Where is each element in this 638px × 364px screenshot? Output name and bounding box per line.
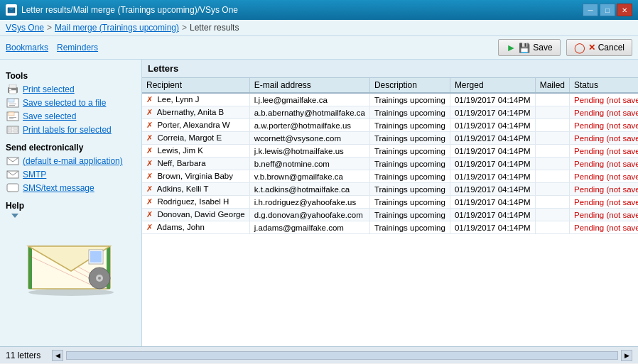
cell-recipient: ✗ Rodriguez, Isabel H [142,196,249,209]
row-check-icon: ✗ [146,121,153,129]
print-selected-label: Print selected [23,84,75,94]
table-row[interactable]: ✗ Rodriguez, Isabel H i.h.rodriguez@yaho… [142,196,638,209]
sidebar-item-print[interactable]: Print selected [6,84,136,95]
table-row[interactable]: ✗ Lee, Lynn J l.j.lee@gmailfake.ca Train… [142,93,638,106]
svg-point-23 [28,289,114,296]
horizontal-scrollbar[interactable]: ◀ ▶ [52,350,632,361]
row-check-icon: ✗ [146,210,153,219]
table-row[interactable]: ✗ Correia, Margot E wcornett@vsysone.com… [142,132,638,145]
scroll-right-arrow[interactable]: ▶ [621,350,632,361]
sms-label: SMS/text message [23,183,94,193]
sidebar: Tools Print selected [0,60,142,346]
cell-recipient: ✗ Donovan, David George [142,209,249,221]
scroll-track[interactable] [66,351,618,360]
svg-rect-21 [7,184,18,192]
cell-status: Pending (not saved) [570,221,638,234]
scroll-left-arrow[interactable]: ◀ [52,350,63,361]
bookmarks-link[interactable]: Bookmarks [6,43,48,53]
cell-description: Trainings upcoming [369,106,450,119]
cell-mailed [535,170,569,183]
cell-merged: 01/19/2017 04:14PM [450,158,535,170]
sidebar-item-print-labels[interactable]: Print labels for selected [6,124,136,136]
cell-merged: 01/19/2017 04:14PM [450,209,535,221]
save-button[interactable]: ► 💾 Save [498,39,560,56]
sidebar-item-email[interactable]: (default e-mail application) [6,155,136,167]
svg-rect-4 [9,90,16,94]
envelope-svg [18,232,124,296]
col-recipient: Recipient [142,78,249,93]
cell-email: wcornett@vsysone.com [249,132,369,145]
help-arrow[interactable] [9,214,136,218]
svg-rect-15 [8,127,12,129]
reminders-link[interactable]: Reminders [57,43,98,53]
help-chevron-icon [11,214,18,218]
cancel-red-icon: ◯ [574,42,585,53]
maximize-button[interactable]: □ [600,4,615,16]
breadcrumb-sep1: > [47,23,52,33]
cell-email: a.w.porter@hotmailfake.us [249,119,369,132]
cell-status: Pending (not saved) [570,183,638,196]
save-label: Save [533,43,552,53]
svg-rect-7 [9,99,14,102]
cancel-button[interactable]: ◯ ✕ Cancel [566,39,632,56]
cell-status: Pending (not saved) [570,209,638,221]
table-row[interactable]: ✗ Lewis, Jim K j.k.lewis@hotmailfake.us … [142,145,638,158]
title-bar: Letter results/Mail merge (Trainings upc… [0,0,638,20]
table-header-row: Recipient E-mail address Description Mer… [142,78,638,93]
cell-status: Pending (not saved) [570,196,638,209]
cell-status: Pending (not saved) [570,132,638,145]
save-floppy-icon: 💾 [519,43,530,53]
cell-email: k.t.adkins@hotmailfake.ca [249,183,369,196]
breadcrumb: VSys One > Mail merge (Trainings upcomin… [0,20,638,36]
svg-rect-11 [9,112,14,116]
app-icon [6,4,17,16]
svg-rect-3 [9,84,16,88]
close-button[interactable]: ✕ [617,4,632,16]
table-scroll[interactable]: Recipient E-mail address Description Mer… [142,78,638,346]
svg-rect-12 [9,117,16,118]
table-body: ✗ Lee, Lynn J l.j.lee@gmailfake.ca Train… [142,93,638,234]
cell-email: j.k.lewis@hotmailfake.us [249,145,369,158]
window-controls: ─ □ ✕ [583,4,632,16]
table-row[interactable]: ✗ Porter, Alexandra W a.w.porter@hotmail… [142,119,638,132]
table-row[interactable]: ✗ Abernathy, Anita B a.b.abernathy@hotma… [142,106,638,119]
table-row[interactable]: ✗ Brown, Virginia Baby v.b.brown@gmailfa… [142,170,638,183]
col-status: Status [570,78,638,93]
table-row[interactable]: ✗ Adkins, Kelli T k.t.adkins@hotmailfake… [142,183,638,196]
table-row[interactable]: ✗ Neff, Barbara b.neff@notmine.com Train… [142,158,638,170]
svg-rect-18 [13,130,18,132]
col-email: E-mail address [249,78,369,93]
sidebar-item-save-to-file[interactable]: Save selected to a file [6,97,136,109]
sidebar-item-sms[interactable]: SMS/text message [6,182,136,194]
letters-header: Letters [142,60,638,78]
cell-merged: 01/19/2017 04:14PM [450,170,535,183]
cell-status: Pending (not saved) [570,106,638,119]
sidebar-item-smtp[interactable]: SMTP [6,169,136,180]
table-row[interactable]: ✗ Donovan, David George d.g.donovan@yaho… [142,209,638,221]
cell-merged: 01/19/2017 04:14PM [450,93,535,106]
cell-recipient: ✗ Brown, Virginia Baby [142,170,249,183]
sidebar-item-save[interactable]: Save selected [6,111,136,122]
col-description: Description [369,78,450,93]
svg-rect-17 [13,127,18,129]
cell-merged: 01/19/2017 04:14PM [450,106,535,119]
cell-merged: 01/19/2017 04:14PM [450,119,535,132]
cell-mailed [535,119,569,132]
cell-recipient: ✗ Adams, John [142,221,249,234]
breadcrumb-vsys-one[interactable]: VSys One [6,23,44,33]
save-icon [6,111,20,122]
letters-table: Recipient E-mail address Description Mer… [142,78,638,234]
cell-description: Trainings upcoming [369,93,450,106]
cell-status: Pending (not saved) [570,158,638,170]
help-section-title: Help [6,201,136,211]
send-section-title: Send electronically [6,143,136,153]
table-row[interactable]: ✗ Adams, John j.adams@gmailfake.com Trai… [142,221,638,234]
tools-section-title: Tools [6,71,136,81]
cell-merged: 01/19/2017 04:14PM [450,221,535,234]
svg-rect-16 [8,130,12,132]
cell-email: a.b.abernathy@hotmailfake.ca [249,106,369,119]
breadcrumb-mail-merge[interactable]: Mail merge (Trainings upcoming) [55,23,179,33]
title-bar-left: Letter results/Mail merge (Trainings upc… [6,4,238,16]
cell-email: i.h.rodriguez@yahoofake.us [249,196,369,209]
minimize-button[interactable]: ─ [583,4,598,16]
